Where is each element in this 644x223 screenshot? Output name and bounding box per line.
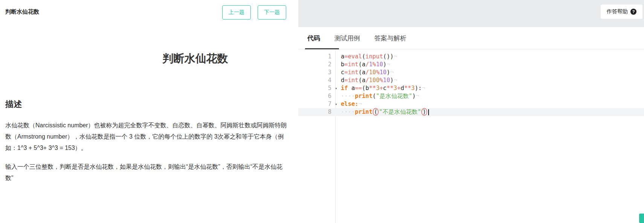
code-line[interactable]: 8····print("不是水仙花数") xyxy=(298,108,644,116)
code-text: ····print("不是水仙花数") xyxy=(341,108,644,116)
line-number: 3 xyxy=(298,69,331,76)
help-strip: 作答帮助 ? xyxy=(298,0,644,27)
token-kw: print xyxy=(355,108,372,115)
token-str: "是水仙花数" xyxy=(376,93,412,99)
answer-help-button[interactable]: 作答帮助 ? xyxy=(601,5,642,19)
line-number: 6 xyxy=(298,92,331,100)
token-v: b xyxy=(341,61,344,68)
token-numP: 10 xyxy=(376,61,383,68)
code-text: else:¬ xyxy=(341,100,644,108)
code-line[interactable]: 3c=int(a/10%10)¬ xyxy=(298,69,644,76)
token-numP: 10 xyxy=(383,77,390,84)
tab-analysis[interactable]: 答案与解析 xyxy=(374,34,406,43)
problem-title: 判断水仙花数 xyxy=(0,51,298,66)
token-bi: eval xyxy=(348,53,362,60)
token-bi: int xyxy=(348,61,359,68)
description-paragraph-2: 输入一个三位整数，判断是否是水仙花数，如果是水仙花数，则输出“是水仙花数”，否则… xyxy=(5,161,288,184)
code-line[interactable]: 1a=eval(input())¬ xyxy=(298,53,644,61)
token-ws: ···· xyxy=(341,108,355,115)
code-line[interactable]: 7▾else:¬ xyxy=(298,100,644,108)
token-eol: ¬ xyxy=(359,101,362,107)
token-v: a xyxy=(351,85,355,92)
code-text: c=int(a/10%10)¬ xyxy=(341,69,644,76)
question-mark-icon: ? xyxy=(630,9,636,15)
token-p: ) xyxy=(386,69,390,76)
fold-chevron-down-icon[interactable]: ▾ xyxy=(331,100,341,108)
fold-spacer xyxy=(331,69,341,76)
token-v: d xyxy=(401,85,404,92)
token-eol: ¬ xyxy=(394,53,397,60)
code-line[interactable]: 5▾if a==(b**3+c**3+d**3):¬ xyxy=(298,84,644,92)
token-op: == xyxy=(355,85,362,92)
code-line[interactable]: 6····print("是水仙花数")¬ xyxy=(298,92,644,100)
problem-header: 判断水仙花数 上一题 下一题 xyxy=(0,0,298,20)
bracket-error-marker: ( xyxy=(373,108,378,116)
token-kw: : xyxy=(355,101,358,107)
token-v: b xyxy=(365,85,369,92)
line-number: 2 xyxy=(298,61,331,69)
token-op: = xyxy=(344,61,348,68)
token-p: ( xyxy=(359,77,362,84)
token-eol: ¬ xyxy=(416,93,419,99)
token-p: ( xyxy=(372,93,376,99)
code-editor[interactable]: 1a=eval(input())¬2b=int(a/1%10)¬3c=int(a… xyxy=(298,49,644,223)
code-text: if a==(b**3+c**3+d**3):¬ xyxy=(341,84,644,92)
fold-spacer xyxy=(331,92,341,100)
token-v: a xyxy=(341,53,344,60)
bracket-error-marker: ) xyxy=(421,108,427,116)
problem-panel: 判断水仙花数 上一题 下一题 判断水仙花数 描述 水仙花数（Narcissist… xyxy=(0,0,298,223)
token-op: / xyxy=(365,61,369,68)
token-eol: ¬ xyxy=(422,85,425,92)
tab-testcases[interactable]: 测试用例 xyxy=(334,34,360,43)
token-op: % xyxy=(380,77,383,84)
corner-accent-button[interactable] xyxy=(639,214,644,223)
token-v: d xyxy=(341,77,344,84)
token-op: + xyxy=(397,85,400,92)
token-numP: 1 xyxy=(369,61,372,68)
token-op: / xyxy=(365,69,369,76)
code-text: a=eval(input())¬ xyxy=(341,53,644,61)
tab-bar: 代码测试用例答案与解析 xyxy=(298,27,644,49)
token-bi: input xyxy=(365,53,383,60)
tab-code[interactable]: 代码 xyxy=(307,34,320,43)
fold-spacer xyxy=(331,53,341,61)
token-op: / xyxy=(365,77,369,84)
question-nav: 上一题 下一题 xyxy=(222,5,286,20)
token-p: ) xyxy=(390,77,394,84)
fold-chevron-down-icon[interactable]: ▾ xyxy=(331,84,341,92)
fold-spacer xyxy=(331,76,341,84)
next-question-button[interactable]: 下一题 xyxy=(258,5,286,20)
token-v: a xyxy=(362,77,365,84)
line-number: 4 xyxy=(298,76,331,84)
token-op: = xyxy=(344,69,348,76)
token-kw: if xyxy=(341,85,348,92)
token-numO: 3 xyxy=(411,85,415,92)
token-eol: ¬ xyxy=(386,61,390,68)
text-cursor xyxy=(428,109,429,115)
token-kw: else xyxy=(341,101,355,107)
code-line[interactable]: 2b=int(a/1%10)¬ xyxy=(298,61,644,69)
prev-question-button[interactable]: 上一题 xyxy=(222,5,251,20)
fold-spacer xyxy=(331,61,341,69)
token-eol: ¬ xyxy=(394,77,397,84)
token-p: ( xyxy=(362,85,365,92)
token-p: ) xyxy=(390,53,394,60)
code-line[interactable]: 4d=int(a/100%10)¬ xyxy=(298,76,644,84)
token-numO: 100 xyxy=(369,77,380,84)
token-op: = xyxy=(344,77,348,84)
token-op: ** xyxy=(404,85,411,92)
token-p: ( xyxy=(359,61,362,68)
token-bi: int xyxy=(348,69,359,76)
token-op: + xyxy=(380,85,383,92)
token-op: = xyxy=(344,53,348,60)
token-v: c xyxy=(341,69,344,76)
token-op: ** xyxy=(386,85,394,92)
token-kw: print xyxy=(355,93,372,99)
token-v: a xyxy=(362,61,365,68)
line-number: 1 xyxy=(298,53,331,61)
description-heading: 描述 xyxy=(5,99,298,110)
token-op: ** xyxy=(369,85,376,92)
editor-panel: 作答帮助 ? 代码测试用例答案与解析 1a=eval(input())¬2b=i… xyxy=(298,0,644,223)
token-p: ) xyxy=(386,53,390,60)
code-text: d=int(a/100%10)¬ xyxy=(341,76,644,84)
